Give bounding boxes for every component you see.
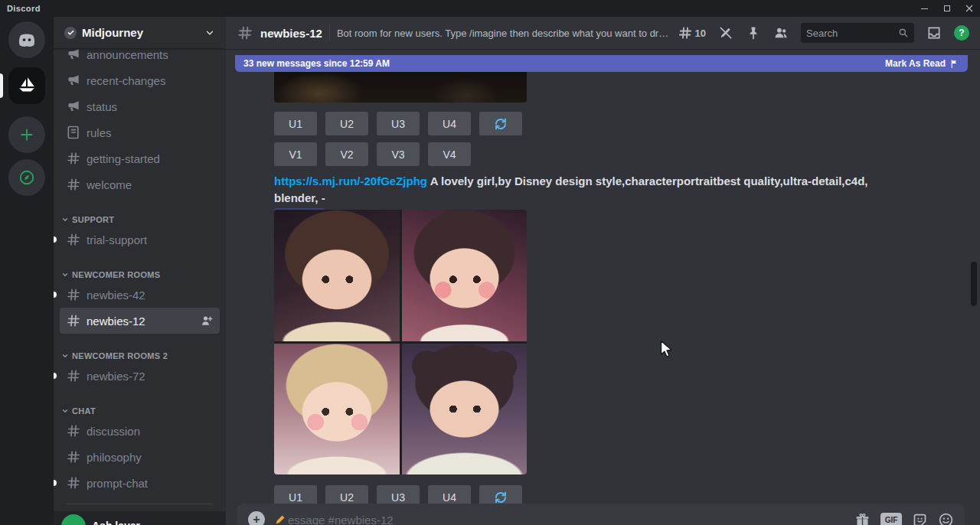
channel-label: announcements: [87, 48, 168, 61]
sidebar-item-newbies-12[interactable]: newbies-12: [60, 308, 220, 334]
unread-indicator: [54, 373, 57, 379]
hash-icon: [66, 232, 81, 247]
channel-label: philosophy: [87, 451, 142, 464]
notifications-muted-button[interactable]: [718, 25, 733, 41]
sidebar-item-recent-changes[interactable]: recent-changes: [60, 67, 220, 93]
sidebar-item-welcome[interactable]: welcome: [60, 171, 220, 197]
explore-servers-button[interactable]: [8, 159, 45, 196]
sidebar-item-rules[interactable]: rules: [60, 119, 220, 145]
mark-as-read-button[interactable]: Mark As Read: [885, 58, 959, 69]
channel-label: getting-started: [87, 152, 160, 165]
new-messages-banner[interactable]: 33 new messages since 12:59 AM Mark As R…: [235, 55, 968, 72]
attach-button[interactable]: +: [248, 511, 265, 525]
sidebar-item-newbies-42[interactable]: newbies-42: [60, 282, 220, 308]
generated-image-quadrant-4[interactable]: [402, 344, 528, 475]
composer-placeholder: essage #newbies-12: [288, 514, 394, 525]
variation-row: V1V2V3V4: [274, 142, 471, 166]
midjourney-button-v1[interactable]: V1: [274, 142, 317, 166]
window-controls: [913, 0, 980, 17]
section-title-label: CHAT: [72, 406, 96, 416]
refresh-icon: [494, 491, 508, 504]
add-server-button[interactable]: [8, 116, 45, 153]
minimize-button[interactable]: [913, 0, 936, 17]
generated-image-quadrant-3[interactable]: [274, 344, 400, 475]
maximize-button[interactable]: [936, 0, 958, 17]
midjourney-button-u4[interactable]: U4: [428, 112, 471, 135]
channel-name: newbies-12: [260, 27, 322, 40]
compass-icon: [18, 169, 35, 186]
server-icon-midjourney[interactable]: [8, 67, 45, 104]
message-link[interactable]: https://s.mj.run/-20fGeZjphg: [274, 174, 427, 188]
server-name: Midjourney: [82, 26, 143, 39]
midjourney-button-u2[interactable]: U2: [325, 112, 368, 135]
new-messages-text: 33 new messages since 12:59 AM: [243, 58, 390, 69]
hash-icon: [66, 423, 81, 439]
sidebar-item-trial-support[interactable]: trial-support: [60, 227, 220, 253]
unread-indicator: [54, 480, 57, 486]
hash-icon: [66, 368, 81, 383]
verified-badge-icon: [64, 27, 77, 39]
channel-label: newbies-72: [87, 370, 145, 383]
rerun-button[interactable]: [479, 112, 522, 135]
maximize-icon: [944, 5, 950, 11]
gif-button[interactable]: GIF: [880, 513, 902, 525]
section-header-chat[interactable]: CHAT: [60, 399, 220, 418]
members-button[interactable]: [773, 25, 789, 41]
chevron-down-icon: [204, 28, 215, 38]
pin-button[interactable]: [746, 25, 761, 41]
sidebar-item-getting-started[interactable]: getting-started: [60, 145, 220, 171]
hash-icon: [66, 151, 81, 166]
generated-image-quadrant-2[interactable]: [402, 210, 528, 341]
scrollbar[interactable]: [971, 262, 977, 306]
channel-sidebar: Midjourney announcementsrecent-changesst…: [54, 17, 226, 525]
generated-image-previous[interactable]: [274, 72, 527, 103]
hash-icon: [66, 287, 81, 302]
emoji-button[interactable]: [938, 512, 954, 525]
section-header-newcomer-rooms[interactable]: NEWCOMER ROOMS: [60, 263, 220, 282]
sidebar-item-philosophy[interactable]: philosophy: [60, 444, 220, 470]
search-input[interactable]: Search: [801, 23, 914, 43]
discord-logo-icon: [16, 29, 38, 51]
help-button[interactable]: ?: [954, 25, 969, 41]
channel-topic[interactable]: Bot room for new users. Type /imagine th…: [337, 28, 671, 39]
threads-button[interactable]: 10: [678, 25, 706, 41]
section-header-support[interactable]: SUPPORT: [60, 208, 220, 227]
composer-actions: GIF: [854, 511, 954, 525]
user-bar[interactable]: Ash layer: [54, 511, 226, 525]
channel-label: newbies-12: [87, 315, 145, 328]
midjourney-button-v3[interactable]: V3: [377, 142, 420, 166]
inbox-button[interactable]: [926, 25, 942, 41]
message-composer[interactable]: + essage #newbies-12 GIF: [237, 504, 965, 525]
hash-icon: [66, 177, 81, 192]
midjourney-button-u3[interactable]: U3: [377, 112, 420, 135]
threads-count: 10: [695, 28, 706, 39]
hash-icon: [237, 24, 253, 41]
sidebar-item-newbies-72[interactable]: newbies-72: [60, 363, 220, 389]
server-header[interactable]: Midjourney: [54, 17, 226, 49]
close-icon: [965, 5, 973, 12]
section-title-label: NEWCOMER ROOMS: [72, 270, 160, 279]
message-input[interactable]: essage #newbies-12: [274, 511, 845, 525]
generated-image-quadrant-1[interactable]: [274, 210, 400, 341]
sticker-button[interactable]: [912, 512, 928, 525]
avatar[interactable]: [61, 514, 86, 525]
gift-button[interactable]: [854, 512, 871, 525]
home-button[interactable]: [8, 21, 45, 58]
section-header-newcomer-rooms-2[interactable]: NEWCOMER ROOMS 2: [60, 344, 220, 363]
channel-label: recent-changes: [87, 74, 165, 87]
chevron-down-icon: [61, 407, 69, 415]
sidebar-item-discussion[interactable]: discussion: [60, 418, 220, 444]
midjourney-button-u1[interactable]: U1: [274, 112, 317, 135]
refresh-icon: [494, 117, 508, 131]
generated-image-grid[interactable]: [274, 210, 527, 474]
book-icon: [66, 125, 81, 140]
channel-list: announcementsrecent-changesstatusrulesge…: [54, 41, 226, 496]
username: Ash layer: [92, 520, 140, 525]
midjourney-button-v4[interactable]: V4: [428, 142, 471, 166]
close-button[interactable]: [958, 0, 980, 17]
active-server-indicator: [0, 73, 3, 98]
add-member-icon[interactable]: [200, 314, 214, 328]
sidebar-item-status[interactable]: status: [60, 93, 220, 119]
sidebar-item-prompt-chat[interactable]: prompt-chat: [60, 470, 220, 496]
midjourney-button-v2[interactable]: V2: [325, 142, 368, 166]
